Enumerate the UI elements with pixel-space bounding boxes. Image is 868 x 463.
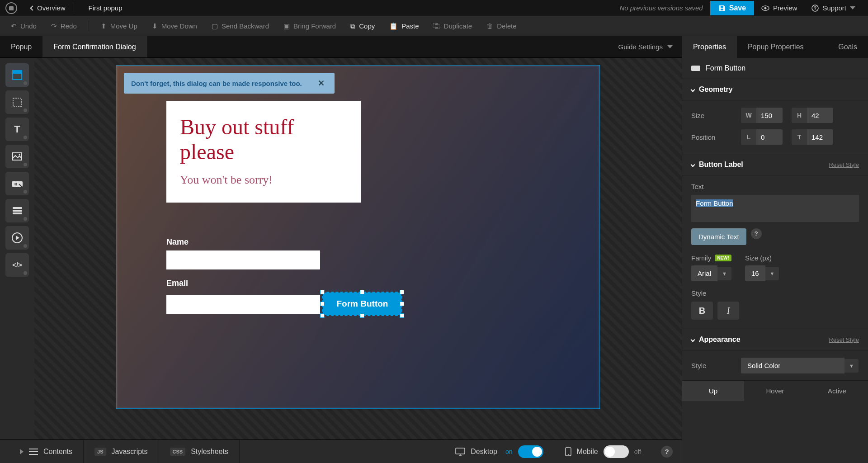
tool-html[interactable]: </> <box>5 253 29 277</box>
resize-handle-bl[interactable] <box>320 313 325 318</box>
name-label: Name <box>166 237 402 247</box>
tool-section[interactable] <box>5 63 29 87</box>
position-label: Position <box>691 133 741 141</box>
style-label: Style <box>691 289 859 297</box>
state-tab-active[interactable]: Active <box>806 381 868 401</box>
tool-video[interactable] <box>5 226 29 250</box>
top-input[interactable] <box>807 129 833 145</box>
form-area[interactable]: Name Email Form Button <box>166 237 402 323</box>
action-toolbar: ↶Undo ↷Redo ⬆Move Up ⬇Move Down ▢Send Ba… <box>0 16 868 36</box>
resize-handle-bm[interactable] <box>360 313 364 318</box>
w-label: W <box>741 108 756 123</box>
tool-form[interactable] <box>5 199 29 222</box>
resize-handle-mr[interactable] <box>400 302 404 306</box>
button-label-section-header[interactable]: Button Label Reset Style <box>682 154 868 175</box>
mobile-toggle[interactable] <box>604 445 629 458</box>
preview-button[interactable]: Preview <box>754 4 804 12</box>
tab-properties[interactable]: Properties <box>682 36 737 58</box>
popup-frame[interactable]: Don't forget, this dialog can be made re… <box>116 65 600 409</box>
move-up-button[interactable]: ⬆Move Up <box>95 19 143 33</box>
tab-goals[interactable]: Goals <box>827 36 868 58</box>
button-element-icon <box>691 65 700 72</box>
font-family-select[interactable]: Arial▼ <box>691 265 731 281</box>
state-tab-up[interactable]: Up <box>682 381 744 401</box>
italic-button[interactable]: I <box>717 302 739 320</box>
l-label: L <box>741 129 756 145</box>
tool-text[interactable]: T <box>5 118 29 141</box>
svg-rect-6 <box>13 98 21 106</box>
desktop-icon <box>455 448 465 456</box>
tab-popup[interactable]: Popup <box>0 36 42 57</box>
stylesheets-button[interactable]: CSS Stylesheets <box>159 440 240 463</box>
reset-style-link[interactable]: Reset Style <box>829 336 859 343</box>
height-input[interactable] <box>807 108 833 123</box>
save-button[interactable]: Save <box>710 1 754 15</box>
resize-handle-br[interactable] <box>400 313 404 318</box>
reset-style-link[interactable]: Reset Style <box>829 161 859 168</box>
size-label: Size (px) <box>745 254 779 262</box>
tab-popup-properties[interactable]: Popup Properties <box>737 36 815 58</box>
desktop-toggle[interactable] <box>518 445 543 458</box>
canvas[interactable]: Don't forget, this dialog can be made re… <box>34 58 682 439</box>
tip-close-button[interactable]: ✕ <box>316 77 327 89</box>
preview-label: Preview <box>773 4 797 12</box>
resize-handle-ml[interactable] <box>320 302 325 306</box>
button-icon: B <box>11 178 24 189</box>
send-backward-button[interactable]: ▢Send Backward <box>206 19 274 33</box>
resize-handle-tl[interactable] <box>320 290 325 294</box>
selected-element-frame[interactable]: Form Button <box>322 292 402 316</box>
paste-button[interactable]: 📋Paste <box>384 19 424 33</box>
support-button[interactable]: ? Support <box>804 4 863 12</box>
app-logo[interactable] <box>5 2 17 14</box>
text-label: Text <box>691 183 859 190</box>
left-input[interactable] <box>756 129 783 145</box>
button-text-input[interactable]: Form Button <box>691 195 859 222</box>
chevron-down-icon <box>691 87 695 92</box>
card-subheading[interactable]: You won't be sorry! <box>180 173 347 187</box>
redo-button[interactable]: ↷Redo <box>46 19 82 33</box>
desktop-label: Desktop <box>471 448 497 456</box>
copy-button[interactable]: ⧉Copy <box>345 19 380 33</box>
state-tab-hover[interactable]: Hover <box>744 381 806 401</box>
bring-forward-button[interactable]: ▣Bring Forward <box>278 19 341 33</box>
tool-box[interactable] <box>5 90 29 114</box>
question-icon: ? <box>811 5 819 12</box>
move-down-button[interactable]: ⬇Move Down <box>146 19 203 33</box>
section-icon <box>11 69 23 81</box>
tip-text: Don't forget, this dialog can be made re… <box>131 80 302 87</box>
delete-button[interactable]: 🗑Delete <box>481 19 522 33</box>
appearance-style-label: Style <box>691 362 741 369</box>
overview-link[interactable]: Overview <box>26 4 70 12</box>
email-input[interactable] <box>166 295 320 314</box>
card-heading[interactable]: Buy out stuff please <box>180 114 347 164</box>
svg-rect-5 <box>13 71 22 74</box>
undo-button[interactable]: ↶Undo <box>5 19 42 33</box>
save-icon <box>718 5 726 12</box>
dynamic-text-button[interactable]: Dynamic Text <box>691 228 746 245</box>
version-status: No previous versions saved <box>619 4 703 12</box>
bold-button[interactable]: B <box>691 302 713 320</box>
geometry-section-header[interactable]: Geometry <box>682 79 868 100</box>
font-size-select[interactable]: 16▼ <box>745 265 779 281</box>
support-label: Support <box>822 4 846 12</box>
tab-form-confirmation[interactable]: Form Confirmation Dialog <box>42 36 146 57</box>
resize-handle-tm[interactable] <box>360 290 364 294</box>
tool-image[interactable] <box>5 145 29 168</box>
tool-button[interactable]: B <box>5 172 29 195</box>
state-tabs: Up Hover Active <box>682 380 868 401</box>
name-input[interactable] <box>166 250 320 269</box>
appearance-style-select[interactable]: Solid Color ▼ <box>741 358 859 373</box>
resize-handle-tr[interactable] <box>400 290 404 294</box>
svg-rect-20 <box>691 66 700 71</box>
guide-settings-button[interactable]: Guide Settings <box>609 36 682 57</box>
form-button[interactable]: Form Button <box>323 293 401 315</box>
width-input[interactable] <box>756 108 783 123</box>
content-card[interactable]: Buy out stuff please You won't be sorry! <box>166 101 361 203</box>
duplicate-button[interactable]: ⿻Duplicate <box>428 19 478 33</box>
javascripts-button[interactable]: JS Javascripts <box>84 440 159 463</box>
mobile-label: Mobile <box>577 448 598 456</box>
help-icon[interactable]: ? <box>751 228 762 239</box>
contents-button[interactable]: Contents <box>9 440 84 463</box>
appearance-section-header[interactable]: Appearance Reset Style <box>682 329 868 350</box>
help-button[interactable]: ? <box>661 446 673 458</box>
